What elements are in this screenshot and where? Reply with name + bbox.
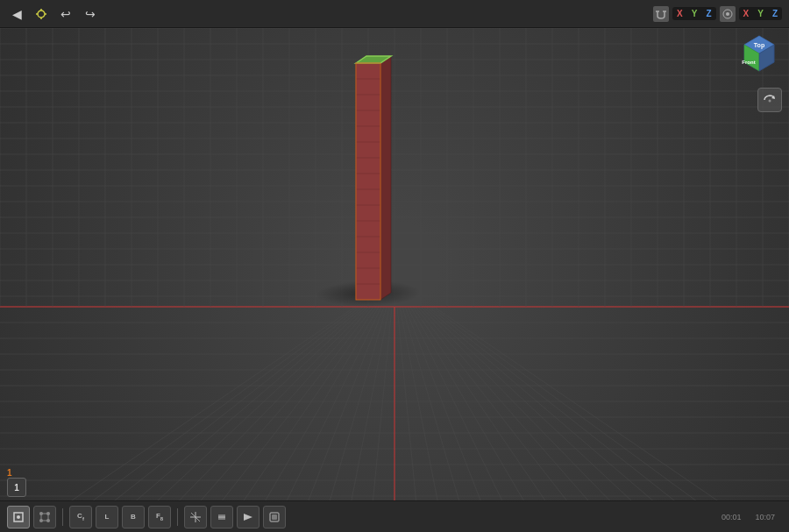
l-label: L <box>105 513 110 521</box>
bottom-separator-2 <box>177 508 178 526</box>
solid-button[interactable] <box>210 506 233 528</box>
render-button[interactable] <box>237 506 259 528</box>
edit-mode-button[interactable] <box>33 506 56 528</box>
svg-point-38 <box>17 515 20 519</box>
z-axis-toggle[interactable]: Z <box>701 7 715 20</box>
object-mode-button[interactable] <box>7 506 30 528</box>
svg-point-28 <box>726 12 729 16</box>
top-toolbar: ◀ ↩ ↪ X Y <box>0 0 789 28</box>
reset-rotation-button[interactable] <box>757 88 782 112</box>
redo-button[interactable]: ↪ <box>81 4 100 24</box>
viewport-3d[interactable]: ◀ ↩ ↪ X Y <box>0 0 789 532</box>
status-bar: 00:01 10:07 <box>721 513 782 521</box>
x-axis-toggle[interactable]: X <box>672 7 687 20</box>
bottom-toolbar: Cf L B F8 <box>0 500 789 532</box>
svg-marker-53 <box>244 514 252 521</box>
object-counter: 1 1 <box>7 468 26 497</box>
light-button[interactable] <box>32 4 51 24</box>
x-local-toggle[interactable]: X <box>739 7 754 20</box>
column-3d-object[interactable] <box>342 53 412 311</box>
l-button[interactable]: L <box>96 506 118 528</box>
counter-badge[interactable]: 1 <box>7 478 26 497</box>
svg-text:Front: Front <box>742 60 755 65</box>
proportional-edit-icon[interactable] <box>720 6 736 22</box>
left-time: 00:01 <box>721 513 749 521</box>
bottom-separator-1 <box>62 508 63 526</box>
svg-rect-0 <box>356 63 380 300</box>
back-button[interactable]: ◀ <box>7 4 26 24</box>
cf-button[interactable]: Cf <box>69 506 92 528</box>
y-local-toggle[interactable]: Y <box>753 7 768 20</box>
svg-text:Top: Top <box>754 42 764 49</box>
snap-icon[interactable] <box>653 6 669 22</box>
undo-button[interactable]: ↩ <box>56 4 75 24</box>
y-axis-toggle[interactable]: Y <box>687 7 702 20</box>
toolbar-right: X Y Z X Y Z <box>653 6 782 22</box>
xyz-toggle-global: X Y Z <box>672 7 715 20</box>
svg-marker-15 <box>380 56 391 300</box>
z-local-toggle[interactable]: Z <box>768 7 782 20</box>
counter-number: 1 <box>7 468 26 478</box>
svg-rect-55 <box>272 514 277 520</box>
f8-button[interactable]: F8 <box>148 506 171 528</box>
overlay-mode-button[interactable] <box>263 506 286 528</box>
svg-point-20 <box>38 11 45 18</box>
wire-button[interactable] <box>184 506 207 528</box>
orientation-cube[interactable]: Top Front <box>736 32 784 80</box>
xyz-toggle-local: X Y Z <box>739 7 782 20</box>
f8-label: F8 <box>156 512 163 521</box>
b-label: B <box>131 513 136 521</box>
b-button[interactable]: B <box>122 506 145 528</box>
right-time: 10:07 <box>755 513 782 521</box>
cf-label: Cf <box>77 512 84 521</box>
svg-point-36 <box>769 100 771 103</box>
